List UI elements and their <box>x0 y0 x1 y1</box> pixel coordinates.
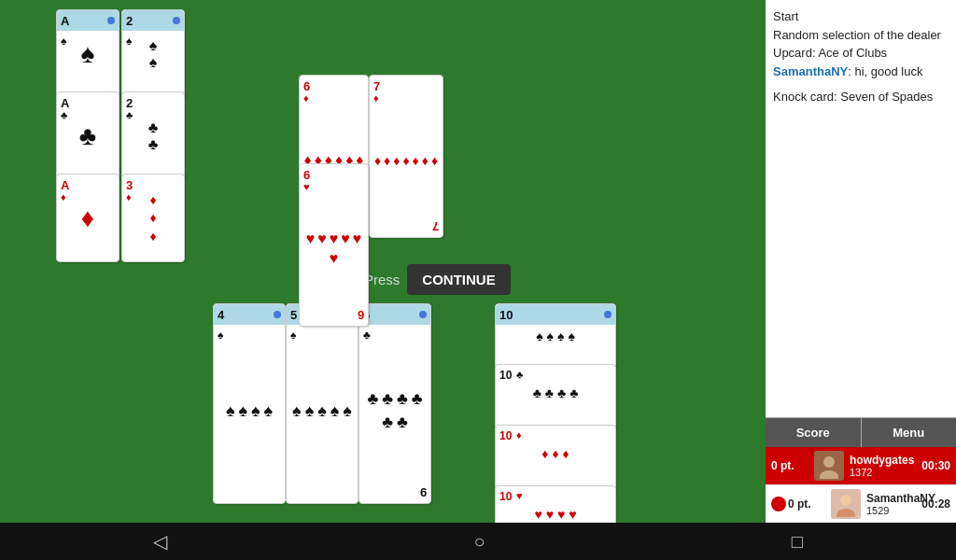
press-label: Press <box>364 272 400 287</box>
svg-point-0 <box>823 456 835 468</box>
svg-point-3 <box>836 509 855 517</box>
player-row-samanthany: 0 pt. SamanthaNY 1529 00:28 <box>766 484 956 523</box>
recents-button[interactable]: □ <box>792 531 803 553</box>
chat-area: Start Random selection of the dealer Upc… <box>766 0 956 417</box>
player2-points: 0 pt. <box>788 497 825 511</box>
home-button[interactable]: ○ <box>473 531 485 553</box>
card-group-aces: A ♠ ♠ A ♣ ♣ A ♦ ♦ <box>56 9 121 261</box>
player-row-howdygates: 0 pt. howdygates 1372 00:30 <box>766 447 956 484</box>
chat-message-knock: Knock card: Seven of Spades <box>773 88 949 106</box>
card-group-67: 6 ♦ ♦ ♦ ♦ ♦ ♦ ♦ 6 7 ♦ ♦ ♦ ♦ ♦ ♦ ♦ ♦ <box>299 75 448 261</box>
player1-score: 1372 <box>850 467 914 478</box>
player2-avatar <box>831 489 861 519</box>
player1-points: 0 pt. <box>771 459 808 472</box>
player1-name: howdygates <box>850 454 914 467</box>
bottom-nav: ◁ ○ □ <box>0 523 956 560</box>
continue-overlay: Press CONTINUE <box>364 264 511 295</box>
player1-avatar <box>814 451 844 481</box>
back-button[interactable]: ◁ <box>153 530 167 553</box>
player2-record-icon <box>771 497 786 511</box>
chat-username: SamanthaNY <box>773 64 848 78</box>
chat-user-text: : hi, good luck <box>848 64 922 78</box>
chat-message-user: SamanthaNY: hi, good luck <box>773 63 949 81</box>
chat-message-upcard: Upcard: Ace of Clubs <box>773 44 949 63</box>
card-group-10s: 10 ♠♠♠♠ 10 ♣ ♣♣♣♣ 10 ♦ ♦♦♦ 10 ♥ <box>495 303 626 504</box>
chat-message-start: Start <box>773 7 949 26</box>
chat-message-dealer: Random selection of the dealer <box>773 26 949 45</box>
svg-point-2 <box>840 495 851 506</box>
score-button[interactable]: Score <box>766 418 862 447</box>
card-group-456: 4 ♠ ♠ ♠ ♠ ♠ 5 ♠ ♠ ♠ ♠ ♠ ♠ <box>213 303 432 504</box>
game-area: A ♠ ♠ A ♣ ♣ A ♦ ♦ 2 ♠ ♠♠ <box>0 0 766 523</box>
panel-buttons: Score Menu <box>766 417 956 447</box>
player1-timer: 00:30 <box>921 459 950 472</box>
player1-info: howdygates 1372 <box>850 454 914 478</box>
right-panel: Start Random selection of the dealer Upc… <box>766 0 956 523</box>
player2-timer: 00:28 <box>921 497 950 511</box>
continue-button[interactable]: CONTINUE <box>407 264 510 295</box>
svg-point-1 <box>820 470 838 479</box>
menu-button[interactable]: Menu <box>862 418 957 447</box>
card-group-23: 2 ♠ ♠♠ 2 ♣ ♣♣ 3 ♦ ♦♦♦ <box>121 9 187 261</box>
